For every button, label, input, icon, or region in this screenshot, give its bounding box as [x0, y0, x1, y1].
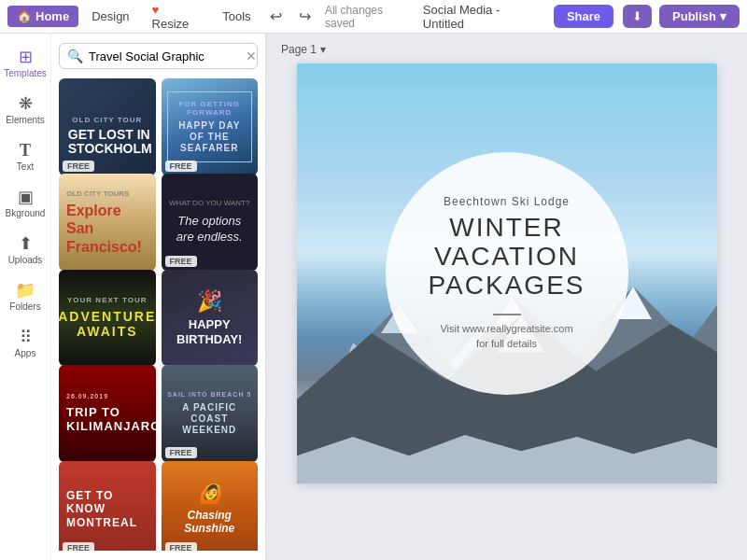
folders-icon: 📁	[15, 282, 35, 299]
template-card-4[interactable]: WHAT DO YOU WANT? The optionsare endless…	[162, 174, 259, 271]
sidebar-item-uploads[interactable]: ⬆ Uploads	[0, 228, 50, 273]
free-badge-10: FREE	[165, 542, 197, 551]
sidebar-item-text[interactable]: T Text	[0, 134, 50, 179]
home-icon: 🏠	[17, 9, 32, 23]
circle-subtitle: Beechtown Ski Lodge	[444, 195, 570, 208]
sidebar-item-templates[interactable]: ⊞ Templates	[0, 41, 50, 86]
chevron-down-icon: ▾	[720, 9, 726, 23]
heart-icon: ♥	[152, 3, 160, 17]
sidebar-item-elements[interactable]: ❋ Elements	[0, 88, 50, 133]
free-badge-2: FREE	[165, 161, 197, 172]
sidebar-item-background[interactable]: ▣ Bkground	[0, 181, 50, 226]
free-badge-8: FREE	[165, 447, 197, 458]
template-card-6[interactable]: 🎉 HAPPYBIRTHDAY!	[162, 270, 259, 367]
templates-icon: ⊞	[19, 49, 33, 65]
background-icon: ▣	[18, 189, 34, 205]
template-card-10[interactable]: 🙆 Chasing Sunshine FREE	[162, 461, 259, 551]
publish-button[interactable]: Publish ▾	[659, 5, 740, 28]
search-icon: 🔍	[67, 49, 83, 63]
page-label[interactable]: Page 1 ▾	[281, 43, 326, 56]
search-bar: 🔍 ✕	[59, 43, 258, 69]
navbar: 🏠 Home Design ♥ Resize Tools ↩ ↪ All cha…	[0, 0, 747, 34]
home-button[interactable]: 🏠 Home	[7, 6, 78, 27]
uploads-icon: ⬆	[19, 235, 33, 252]
tools-tab[interactable]: Tools	[213, 6, 260, 27]
document-title: Social Media - Untitled	[423, 3, 539, 31]
free-badge-9: FREE	[63, 542, 94, 551]
main-area: ⊞ Templates ❋ Elements T Text ▣ Bkground…	[0, 34, 747, 560]
free-badge-4: FREE	[165, 256, 197, 267]
template-card-8[interactable]: SAIL INTO BREACH 5 A PACIFIC COASTWEEKEN…	[162, 365, 259, 462]
canvas-frame[interactable]: Beechtown Ski Lodge WINTERVACATIONPACKAG…	[297, 63, 717, 483]
resize-tab[interactable]: ♥ Resize	[143, 0, 210, 35]
search-input[interactable]	[89, 49, 246, 63]
circle-divider	[493, 314, 521, 315]
sidebar-item-folders[interactable]: 📁 Folders	[0, 274, 50, 319]
chevron-down-icon: ▾	[320, 43, 326, 56]
apps-icon: ⠿	[20, 329, 32, 345]
template-card-9[interactable]: GET TO KNOWMONTREAL FREE	[59, 461, 156, 551]
circle-description: Visit www.reallygreatsite.comfor full de…	[440, 321, 572, 352]
template-card-7[interactable]: 26.09.2019 TRIP TOKILIMANJARO	[59, 365, 156, 462]
template-card-3[interactable]: OLD CITY TOURS ExploreSanFrancisco!	[59, 174, 156, 271]
save-status: All changes saved	[325, 4, 412, 30]
templates-grid: OLD CITY TOUR GET LOST INSTOCKHOLM FREE …	[59, 78, 258, 551]
template-card-5[interactable]: YOUR NEXT TOUR ADVENTUREAWAITS	[59, 270, 156, 367]
template-card-2[interactable]: FOR GETTING FORWARD HAPPY DAYOF THE SEAF…	[162, 78, 259, 175]
download-button[interactable]: ⬇	[623, 5, 652, 28]
templates-panel: 🔍 ✕ OLD CITY TOUR GET LOST INSTOCKHOLM F…	[51, 34, 266, 560]
left-sidebar: ⊞ Templates ❋ Elements T Text ▣ Bkground…	[0, 34, 51, 560]
content-circle: Beechtown Ski Lodge WINTERVACATIONPACKAG…	[386, 152, 628, 395]
canvas-area: Page 1 ▾	[266, 34, 747, 560]
undo-button[interactable]: ↩	[264, 4, 289, 30]
search-clear-button[interactable]: ✕	[246, 49, 257, 63]
design-tab[interactable]: Design	[82, 6, 138, 27]
text-icon: T	[20, 142, 31, 159]
circle-title: WINTERVACATIONPACKAGES	[429, 214, 585, 300]
free-badge-1: FREE	[63, 161, 94, 172]
elements-icon: ❋	[19, 95, 33, 112]
template-card-1[interactable]: OLD CITY TOUR GET LOST INSTOCKHOLM FREE	[59, 78, 156, 175]
share-button[interactable]: Share	[554, 5, 613, 28]
sidebar-item-apps[interactable]: ⠿ Apps	[0, 321, 50, 366]
redo-button[interactable]: ↪	[292, 4, 317, 30]
